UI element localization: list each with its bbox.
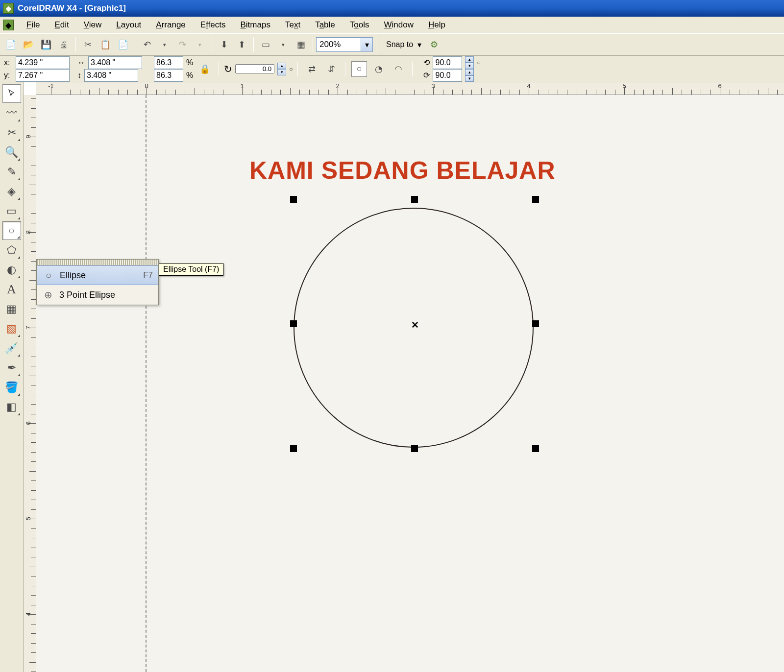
undo-dropdown[interactable]: ▾ bbox=[157, 37, 172, 52]
menu-bar: ◆ File Edit View Layout Arrange Effects … bbox=[0, 17, 784, 33]
flyout-shortcut: F7 bbox=[128, 270, 153, 280]
scale-x-input[interactable] bbox=[154, 56, 183, 69]
start-angle-input[interactable] bbox=[433, 56, 462, 69]
y-input[interactable] bbox=[16, 69, 70, 82]
new-button[interactable]: 📄 bbox=[3, 37, 19, 52]
ellipse-flyout: ○ Ellipse F7 ⊕ 3 Point Ellipse bbox=[36, 259, 159, 305]
options-button[interactable]: ⚙ bbox=[426, 37, 442, 52]
zoom-combo[interactable]: ▾ bbox=[316, 37, 373, 52]
text-tool[interactable]: A bbox=[2, 280, 21, 299]
freehand-tool[interactable]: ✎ bbox=[2, 163, 21, 181]
zoom-input[interactable] bbox=[317, 38, 361, 51]
selection-handle[interactable] bbox=[290, 445, 297, 452]
menu-help[interactable]: Help bbox=[421, 18, 452, 32]
selection-center-icon[interactable]: ✕ bbox=[411, 319, 419, 331]
ruler-horizontal[interactable]: -1012345678 bbox=[36, 82, 784, 95]
angle-icon: ⟳ bbox=[423, 71, 430, 80]
print-button[interactable]: 🖨 bbox=[56, 37, 72, 52]
percent-label: % bbox=[186, 58, 193, 67]
lock-ratio-button[interactable]: 🔒 bbox=[197, 61, 213, 77]
menu-text[interactable]: Text bbox=[278, 18, 307, 32]
tooltip: Ellipse Tool (F7) bbox=[159, 263, 223, 276]
menu-edit[interactable]: Edit bbox=[48, 18, 75, 32]
flyout-ellipse[interactable]: ○ Ellipse F7 bbox=[37, 265, 158, 285]
mirror-h-button[interactable]: ⇄ bbox=[304, 61, 319, 77]
ellipse-tool[interactable]: ○ bbox=[2, 221, 21, 240]
selection-handle[interactable] bbox=[290, 196, 297, 203]
outline-tool[interactable]: ✒ bbox=[2, 359, 21, 377]
selection-handle[interactable] bbox=[411, 196, 418, 203]
interactive-fill-tool[interactable]: ◧ bbox=[2, 398, 21, 416]
pie-mode-button[interactable]: ◔ bbox=[371, 61, 387, 77]
undo-button[interactable]: ↶ bbox=[139, 37, 155, 52]
arc-mode-button[interactable]: ◠ bbox=[391, 61, 406, 77]
import-button[interactable]: ⬇ bbox=[216, 37, 232, 52]
separator bbox=[219, 62, 219, 76]
fill-tool[interactable]: 🪣 bbox=[2, 378, 21, 397]
redo-button[interactable]: ↷ bbox=[174, 37, 190, 52]
app-launcher-dropdown[interactable]: ▾ bbox=[275, 37, 291, 52]
angle-spinner[interactable]: ▴▾ bbox=[465, 56, 474, 69]
separator bbox=[212, 37, 212, 52]
separator bbox=[412, 62, 413, 76]
canvas-area: -1012345678 9876543 KAMI SEDANG BELAJAR … bbox=[24, 82, 784, 672]
rotation-input[interactable] bbox=[235, 64, 274, 73]
canvas-text[interactable]: KAMI SEDANG BELAJAR bbox=[249, 156, 556, 185]
table-tool[interactable]: ▦ bbox=[2, 300, 21, 318]
toolbox: 〰 ✂ 🔍 ✎ ◈ ▭ ○ ⬠ ◐ A ▦ ▧ 💉 ✒ 🪣 ◧ bbox=[0, 82, 24, 672]
flyout-grip[interactable] bbox=[37, 260, 158, 265]
width-icon: ↔ bbox=[77, 58, 85, 67]
selection-handle[interactable] bbox=[411, 445, 418, 452]
snap-to[interactable]: Snap to ▾ bbox=[386, 40, 421, 49]
polygon-tool[interactable]: ⬠ bbox=[2, 241, 21, 260]
width-input[interactable] bbox=[88, 56, 142, 69]
drawing-canvas[interactable]: KAMI SEDANG BELAJAR ✕ ○ Ellipse F7 ⊕ bbox=[36, 95, 784, 672]
menu-view[interactable]: View bbox=[77, 18, 109, 32]
menu-layout[interactable]: Layout bbox=[109, 18, 148, 32]
copy-button[interactable]: 📋 bbox=[98, 37, 113, 52]
end-angle-input[interactable] bbox=[433, 69, 462, 82]
selection-handle[interactable] bbox=[532, 196, 539, 203]
scale-y-input[interactable] bbox=[154, 69, 183, 82]
eyedropper-tool[interactable]: 💉 bbox=[2, 339, 21, 358]
basic-shapes-tool[interactable]: ◐ bbox=[2, 261, 21, 279]
menu-arrange[interactable]: Arrange bbox=[149, 18, 192, 32]
menu-file[interactable]: File bbox=[20, 18, 47, 32]
interactive-blend-tool[interactable]: ▧ bbox=[2, 319, 21, 338]
shape-tool[interactable]: 〰 bbox=[2, 104, 21, 122]
open-button[interactable]: 📂 bbox=[21, 37, 36, 52]
menu-effects[interactable]: Effects bbox=[194, 18, 233, 32]
ruler-vertical[interactable]: 9876543 bbox=[24, 95, 36, 672]
menu-window[interactable]: Window bbox=[377, 18, 420, 32]
angle-spinner[interactable]: ▴▾ bbox=[465, 69, 474, 82]
rotation-spinner[interactable]: ▴▾ bbox=[277, 63, 286, 75]
paste-button[interactable]: 📄 bbox=[115, 37, 131, 52]
menu-table[interactable]: Table bbox=[308, 18, 342, 32]
welcome-button[interactable]: ▦ bbox=[293, 37, 309, 52]
selection-handle[interactable] bbox=[290, 320, 297, 327]
x-input[interactable] bbox=[16, 56, 70, 69]
zoom-tool[interactable]: 🔍 bbox=[2, 143, 21, 162]
zoom-dropdown[interactable]: ▾ bbox=[361, 38, 372, 51]
selection-handle[interactable] bbox=[532, 445, 539, 452]
crop-tool[interactable]: ✂ bbox=[2, 123, 21, 142]
rectangle-tool[interactable]: ▭ bbox=[2, 202, 21, 220]
height-input[interactable] bbox=[84, 69, 138, 82]
pick-tool[interactable] bbox=[2, 84, 21, 103]
menu-bitmaps[interactable]: Bitmaps bbox=[234, 18, 277, 32]
mirror-v-button[interactable]: ⇵ bbox=[323, 61, 339, 77]
page-margin bbox=[36, 95, 147, 672]
selection-handle[interactable] bbox=[532, 320, 539, 327]
export-button[interactable]: ⬆ bbox=[234, 37, 249, 52]
separator bbox=[345, 62, 345, 76]
flyout-3point-ellipse[interactable]: ⊕ 3 Point Ellipse bbox=[37, 285, 158, 305]
app-launcher-button[interactable]: ▭ bbox=[258, 37, 273, 52]
menu-tools[interactable]: Tools bbox=[343, 18, 376, 32]
ellipse-mode-button[interactable]: ○ bbox=[351, 61, 367, 77]
save-button[interactable]: 💾 bbox=[38, 37, 54, 52]
rotation-icon: ↻ bbox=[224, 63, 232, 75]
smart-fill-tool[interactable]: ◈ bbox=[2, 182, 21, 201]
redo-dropdown[interactable]: ▾ bbox=[192, 37, 208, 52]
cut-button[interactable]: ✂ bbox=[80, 37, 96, 52]
flyout-label: Ellipse bbox=[60, 270, 86, 281]
